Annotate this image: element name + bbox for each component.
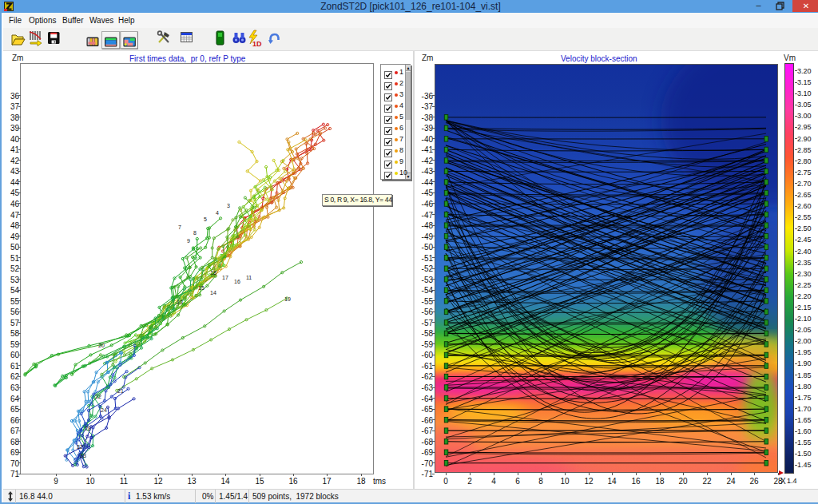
svg-text:1D: 1D [252, 40, 262, 48]
